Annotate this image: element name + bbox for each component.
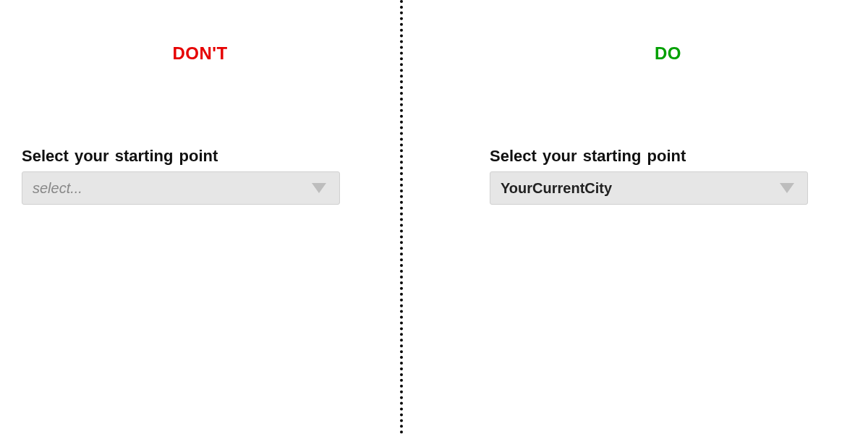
dont-heading: DON'T (22, 43, 378, 64)
do-field: Select your starting point YourCurrentCi… (490, 147, 808, 205)
do-dropdown[interactable]: YourCurrentCity (490, 171, 808, 205)
do-heading: DO (490, 43, 846, 64)
comparison-container: DON'T Select your starting point select.… (0, 0, 868, 434)
dont-field: Select your starting point select... (22, 147, 340, 205)
dont-panel: DON'T Select your starting point select.… (0, 0, 400, 434)
do-dropdown-value: YourCurrentCity (501, 180, 612, 197)
dont-dropdown-placeholder: select... (33, 180, 82, 197)
chevron-down-icon (312, 183, 326, 193)
chevron-down-icon (780, 183, 794, 193)
dont-dropdown[interactable]: select... (22, 171, 340, 205)
do-panel: DO Select your starting point YourCurren… (403, 0, 868, 434)
dont-dropdown-label: Select your starting point (22, 147, 340, 166)
do-dropdown-label: Select your starting point (490, 147, 808, 166)
